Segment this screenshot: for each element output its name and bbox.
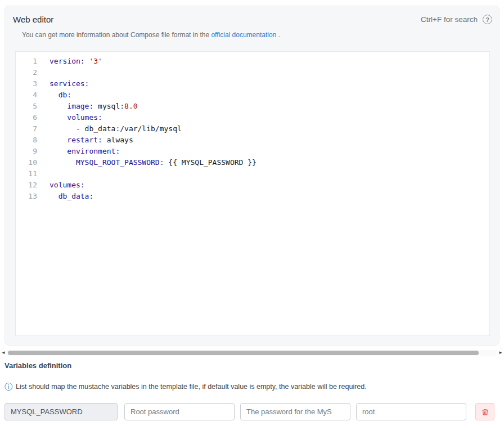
variables-definition-heading: Variables definition [4, 361, 71, 370]
variable-description-input[interactable] [240, 403, 350, 420]
code-line: 13 db_data: [16, 191, 489, 202]
code-line: 10 MYSQL_ROOT_PASSWORD: {{ MYSQL_PASSWOR… [16, 157, 489, 168]
code-line: 4 db: [16, 89, 489, 101]
line-number: 1 [16, 56, 37, 67]
line-number: 11 [16, 168, 37, 180]
line-number: 13 [16, 191, 37, 202]
line-number: 6 [16, 112, 37, 123]
code-line: 6 volumes: [16, 112, 489, 123]
line-number: 3 [16, 78, 37, 89]
code-line-text: environment: [37, 146, 120, 157]
code-line-text: version: '3' [37, 56, 102, 67]
trash-icon [482, 408, 489, 416]
scroll-right-icon[interactable]: ► [497, 349, 504, 357]
line-number: 2 [16, 67, 37, 78]
code-editor[interactable]: 1version: '3'23services:4 db:5 image: my… [15, 51, 490, 336]
scrollbar-thumb[interactable] [8, 351, 479, 355]
line-number: 4 [16, 89, 37, 101]
web-editor-panel: Web editor Ctrl+F for search ? You can g… [4, 6, 500, 346]
variable-label-input[interactable] [124, 403, 235, 420]
help-icon[interactable]: ? [483, 15, 492, 24]
variable-default-input[interactable] [356, 403, 466, 420]
variables-info-text: List should map the mustache variables i… [16, 383, 367, 391]
variable-row [4, 403, 494, 420]
panel-header-right: Ctrl+F for search ? [421, 15, 492, 24]
code-line-text: volumes: [37, 112, 102, 123]
line-number: 9 [16, 146, 37, 157]
panel-header: Web editor Ctrl+F for search ? [5, 6, 499, 24]
editor-description: You can get more information about Compo… [22, 31, 499, 39]
line-number: 5 [16, 101, 37, 112]
code-line: 1version: '3' [16, 56, 489, 67]
code-line: 11 [16, 168, 489, 180]
code-line: 9 environment: [16, 146, 489, 157]
code-line-text: MYSQL_ROOT_PASSWORD: {{ MYSQL_PASSWORD }… [37, 157, 256, 168]
code-line: 7 - db_data:/var/lib/mysql [16, 123, 489, 135]
code-line-text: - db_data:/var/lib/mysql [37, 123, 182, 135]
code-line-text: db: [37, 89, 71, 101]
scrollbar-track[interactable] [7, 350, 497, 356]
page-title: Web editor [13, 15, 53, 24]
search-hint-text: Ctrl+F for search [421, 15, 478, 24]
official-documentation-link[interactable]: official documentation [211, 31, 276, 39]
code-line-text: restart: always [37, 135, 133, 146]
description-suffix: . [278, 31, 280, 39]
code-line-text [37, 67, 50, 78]
code-line-text: services: [37, 78, 89, 89]
horizontal-scrollbar[interactable]: ◄ ► [0, 349, 504, 357]
code-line-text [37, 168, 50, 180]
variable-name-input[interactable] [4, 403, 118, 420]
code-line: 5 image: mysql:8.0 [16, 101, 489, 112]
line-number: 8 [16, 135, 37, 146]
delete-variable-button[interactable] [475, 403, 494, 420]
code-line: 2 [16, 67, 489, 78]
code-line-text: volumes: [37, 180, 85, 191]
line-number: 12 [16, 180, 37, 191]
code-line-text: image: mysql:8.0 [37, 101, 138, 112]
code-lines-container: 1version: '3'23services:4 db:5 image: my… [16, 56, 489, 202]
code-line: 12volumes: [16, 180, 489, 191]
code-line: 8 restart: always [16, 135, 489, 146]
code-line: 3services: [16, 78, 489, 89]
line-number: 10 [16, 157, 37, 168]
scroll-left-icon[interactable]: ◄ [0, 349, 7, 357]
variables-info: ⓘ List should map the mustache variables… [4, 383, 367, 391]
info-icon: ⓘ [4, 383, 12, 391]
description-text: You can get more information about Compo… [22, 31, 209, 39]
line-number: 7 [16, 123, 37, 135]
code-line-text: db_data: [37, 191, 93, 202]
